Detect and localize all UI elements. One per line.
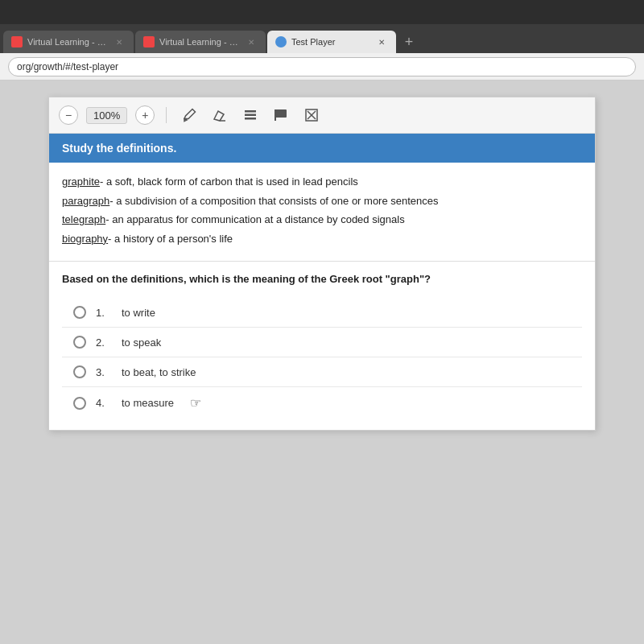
zoom-value-display: 100% — [86, 107, 127, 124]
definition-4: biography- a history of a person's life — [62, 231, 582, 247]
cursor-icon: ☞ — [190, 395, 201, 411]
tab-favicon-2 — [143, 36, 155, 47]
address-input[interactable] — [8, 57, 636, 76]
question-header: Study the definitions. — [49, 134, 595, 163]
option-number-4: 4. — [96, 397, 112, 409]
option-text-4: to measure — [122, 397, 174, 409]
flag-icon[interactable] — [270, 104, 292, 126]
lines-icon[interactable] — [239, 104, 262, 126]
content-area: − 100% + — [0, 80, 644, 644]
browser-top-bar — [0, 0, 644, 24]
svg-rect-2 — [245, 114, 256, 117]
radio-2[interactable] — [73, 336, 86, 349]
tab-virtual-learning-1[interactable]: Virtual Learning - My Sessions ✕ — [3, 31, 134, 53]
test-toolbar: − 100% + — [49, 97, 595, 134]
question-header-text: Study the definitions. — [62, 142, 176, 155]
pencil-icon[interactable] — [178, 104, 200, 126]
def-2: - a subdivision of a composition that co… — [109, 195, 438, 207]
tab-favicon-3 — [275, 36, 287, 47]
address-bar — [0, 53, 644, 80]
term-4: biography — [62, 233, 108, 245]
answer-option-2[interactable]: 2. to speak — [62, 328, 582, 357]
term-2: paragraph — [62, 195, 109, 207]
answer-option-4[interactable]: 4. to measure ☞ — [62, 387, 582, 419]
radio-3[interactable] — [73, 365, 86, 378]
tab-favicon-1 — [11, 36, 23, 47]
def-4: - a history of a person's life — [108, 233, 233, 245]
definition-1: graphite- a soft, black form of carbon t… — [62, 174, 582, 190]
tab-close-3[interactable]: ✕ — [375, 35, 388, 48]
tab-label-1: Virtual Learning - My Sessions — [27, 37, 108, 47]
definition-3: telegraph- an apparatus for communicatio… — [62, 212, 582, 228]
test-player-container: − 100% + — [48, 97, 596, 431]
question-section: Based on the definitions, which is the m… — [49, 262, 595, 430]
svg-rect-1 — [245, 110, 256, 113]
eraser-icon[interactable] — [208, 104, 231, 126]
radio-1[interactable] — [73, 306, 86, 319]
tab-label-3: Test Player — [291, 37, 335, 47]
option-text-2: to speak — [122, 336, 161, 349]
tab-close-2[interactable]: ✕ — [245, 35, 258, 48]
svg-rect-4 — [275, 109, 287, 118]
toolbar-divider — [166, 107, 167, 123]
option-number-3: 3. — [96, 366, 112, 378]
answer-option-3[interactable]: 3. to beat, to strike — [62, 357, 582, 387]
zoom-plus-button[interactable]: + — [135, 105, 155, 125]
option-number-2: 2. — [96, 336, 112, 349]
term-3: telegraph — [62, 213, 105, 225]
term-1: graphite — [62, 175, 100, 188]
tab-add-button[interactable]: + — [398, 31, 420, 53]
option-number-1: 1. — [96, 307, 112, 319]
radio-4[interactable] — [73, 397, 86, 410]
zoom-minus-button[interactable]: − — [59, 105, 78, 125]
tab-virtual-learning-2[interactable]: Virtual Learning - My Sessions ✕ — [135, 31, 266, 53]
tab-bar: Virtual Learning - My Sessions ✕ Virtual… — [0, 24, 644, 53]
tab-test-player[interactable]: Test Player ✕ — [267, 31, 396, 53]
svg-rect-3 — [245, 118, 256, 120]
x-box-icon[interactable] — [300, 104, 323, 126]
tab-label-2: Virtual Learning - My Sessions — [159, 37, 240, 47]
option-text-1: to write — [122, 307, 155, 319]
question-text: Based on the definitions, which is the m… — [62, 273, 582, 285]
def-3: - an apparatus for communication at a di… — [105, 213, 404, 225]
answer-option-1[interactable]: 1. to write — [62, 298, 582, 328]
definition-2: paragraph- a subdivision of a compositio… — [62, 193, 582, 209]
tab-close-1[interactable]: ✕ — [113, 35, 126, 48]
def-1: - a soft, black form of carbon that is u… — [100, 175, 358, 188]
definitions-section: graphite- a soft, black form of carbon t… — [49, 163, 595, 262]
option-text-3: to beat, to strike — [122, 366, 196, 378]
